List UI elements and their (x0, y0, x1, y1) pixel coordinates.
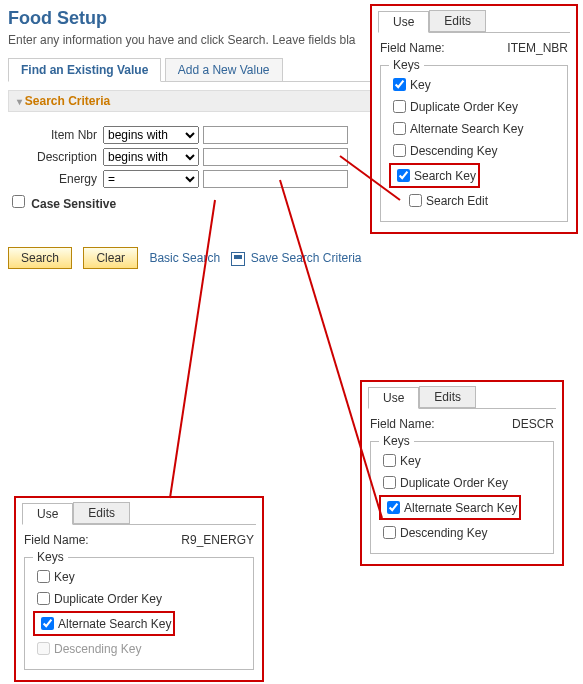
clear-button[interactable]: Clear (83, 247, 138, 269)
lbl-key: Key (400, 454, 421, 468)
lbl-dup: Duplicate Order Key (410, 100, 518, 114)
cb-key[interactable] (383, 454, 396, 467)
popup-descr: UseEdits Field Name: DESCR Keys Key Dupl… (360, 380, 564, 566)
link-save-criteria[interactable]: Save Search Criteria (251, 251, 362, 265)
cb-dup[interactable] (37, 592, 50, 605)
link-basic-search[interactable]: Basic Search (149, 251, 220, 265)
popup-tab-use[interactable]: Use (378, 11, 429, 33)
lbl-desc: Descending Key (400, 526, 487, 540)
cb-alt[interactable] (387, 501, 400, 514)
lbl-alt: Alternate Search Key (58, 617, 171, 631)
popup-tab-edits[interactable]: Edits (73, 502, 130, 524)
tab-find-existing[interactable]: Find an Existing Value (8, 58, 161, 82)
lbl-key: Key (410, 78, 431, 92)
cb-alt[interactable] (393, 122, 406, 135)
fieldname-value: ITEM_NBR (507, 41, 568, 55)
cb-desc (37, 642, 50, 655)
popup-tab-edits[interactable]: Edits (419, 386, 476, 408)
lbl-search: Search Key (414, 169, 476, 183)
fieldname-value: DESCR (512, 417, 554, 431)
fieldname-value: R9_ENERGY (181, 533, 254, 547)
lbl-alt: Alternate Search Key (410, 122, 523, 136)
popup-tab-use[interactable]: Use (368, 387, 419, 409)
highlight-alt-key: Alternate Search Key (33, 611, 175, 636)
keys-box: Keys Key Duplicate Order Key Alternate S… (380, 65, 568, 222)
tab-add-new[interactable]: Add a New Value (165, 58, 283, 81)
popup-energy: UseEdits Field Name: R9_ENERGY Keys Key … (14, 496, 264, 682)
fieldname-label: Field Name: (380, 41, 445, 55)
popup-tab-use[interactable]: Use (22, 503, 73, 525)
cb-dup[interactable] (383, 476, 396, 489)
keys-legend: Keys (389, 58, 424, 72)
lbl-desc: Descending Key (54, 642, 141, 656)
input-energy[interactable] (203, 170, 348, 188)
label-item-nbr: Item Nbr (8, 128, 103, 142)
op-item-nbr[interactable]: begins with (103, 126, 199, 144)
input-description[interactable] (203, 148, 348, 166)
fieldname-label: Field Name: (24, 533, 89, 547)
lbl-searchedit: Search Edit (426, 194, 488, 208)
cb-key[interactable] (37, 570, 50, 583)
op-description[interactable]: begins with (103, 148, 199, 166)
cb-search[interactable] (397, 169, 410, 182)
highlight-search-key: Search Key (389, 163, 480, 188)
cb-desc[interactable] (393, 144, 406, 157)
save-icon (231, 252, 245, 266)
lbl-key: Key (54, 570, 75, 584)
fieldname-label: Field Name: (370, 417, 435, 431)
label-case-sensitive: Case Sensitive (31, 197, 116, 211)
popup-tab-edits[interactable]: Edits (429, 10, 486, 32)
input-item-nbr[interactable] (203, 126, 348, 144)
checkbox-case-sensitive[interactable] (12, 195, 25, 208)
lbl-alt: Alternate Search Key (404, 501, 517, 515)
keys-legend: Keys (33, 550, 68, 564)
keys-legend: Keys (379, 434, 414, 448)
cb-dup[interactable] (393, 100, 406, 113)
search-button[interactable]: Search (8, 247, 72, 269)
lbl-desc: Descending Key (410, 144, 497, 158)
keys-box: Keys Key Duplicate Order Key Alternate S… (24, 557, 254, 670)
lbl-dup: Duplicate Order Key (400, 476, 508, 490)
cb-alt[interactable] (41, 617, 54, 630)
cb-key[interactable] (393, 78, 406, 91)
op-energy[interactable]: = (103, 170, 199, 188)
svg-line-2 (170, 200, 215, 498)
lbl-dup: Duplicate Order Key (54, 592, 162, 606)
highlight-alt-key: Alternate Search Key (379, 495, 521, 520)
label-description: Description (8, 150, 103, 164)
label-energy: Energy (8, 172, 103, 186)
keys-box: Keys Key Duplicate Order Key Alternate S… (370, 441, 554, 554)
cb-searchedit[interactable] (409, 194, 422, 207)
popup-item-nbr: UseEdits Field Name: ITEM_NBR Keys Key D… (370, 4, 578, 234)
cb-desc[interactable] (383, 526, 396, 539)
